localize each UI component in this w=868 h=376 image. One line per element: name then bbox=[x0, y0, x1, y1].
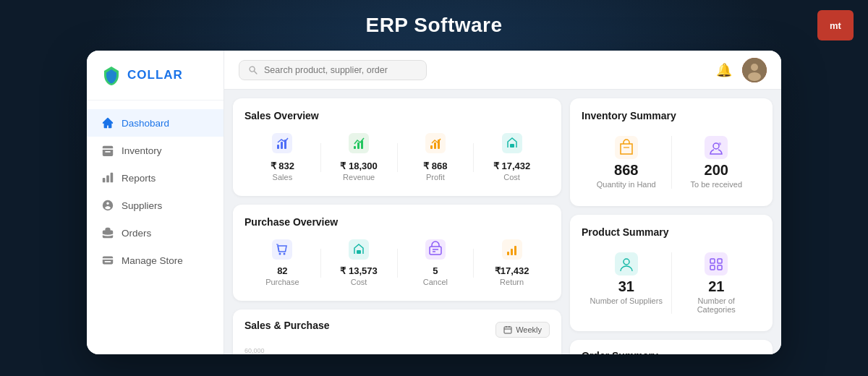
qty-hand-value: 868 bbox=[614, 162, 638, 179]
suppliers-label: Suppliers bbox=[122, 200, 162, 211]
app-container: COLLAR Dashobard Inventory Reports Sup bbox=[87, 51, 781, 354]
svg-rect-29 bbox=[514, 246, 516, 255]
svg-rect-4 bbox=[277, 145, 279, 149]
cancel-stat-item: 5 Cancel bbox=[398, 236, 474, 289]
svg-rect-39 bbox=[615, 252, 638, 275]
return-label: Return bbox=[500, 278, 524, 286]
svg-point-19 bbox=[284, 253, 286, 255]
cost-icon bbox=[502, 133, 522, 158]
suppliers-count-stat: 31 Number of Suppliers bbox=[582, 247, 671, 320]
svg-rect-27 bbox=[507, 252, 509, 255]
svg-rect-21 bbox=[357, 250, 361, 254]
product-summary-card: Product Summary 31 Number bbox=[570, 215, 773, 331]
sales-purchase-chart-card: Sales & Purchase Weekly 60,0 bbox=[233, 309, 561, 354]
svg-rect-8 bbox=[354, 146, 356, 149]
top-header: ERP Software mt bbox=[0, 0, 868, 51]
purchase-label: Purchase bbox=[265, 278, 299, 286]
svg-rect-30 bbox=[504, 327, 511, 333]
sidebar-item-reports[interactable]: Reports bbox=[87, 164, 224, 192]
user-avatar[interactable] bbox=[742, 58, 767, 82]
chart-title: Sales & Purchase bbox=[244, 320, 330, 331]
suppliers-count-label: Number of Suppliers bbox=[590, 296, 663, 305]
orders-icon bbox=[101, 226, 114, 239]
inventory-stats: 868 Quantity in Hand bbox=[582, 130, 761, 195]
search-input[interactable] bbox=[264, 65, 409, 75]
cancel-label: Cancel bbox=[423, 278, 448, 286]
svg-rect-9 bbox=[357, 142, 359, 149]
purchase-cost-stat-item: ₹ 13,573 Cost bbox=[321, 236, 397, 289]
reports-icon bbox=[101, 171, 114, 184]
sidebar-item-inventory[interactable]: Inventory bbox=[87, 137, 224, 164]
inventory-label: Inventory bbox=[122, 145, 162, 156]
revenue-icon bbox=[349, 133, 369, 158]
product-stats: 31 Number of Suppliers bbox=[582, 247, 761, 320]
purchase-icon bbox=[272, 239, 292, 262]
order-summary-card: Order Summary 4000 bbox=[570, 340, 773, 354]
search-box[interactable] bbox=[239, 60, 427, 80]
categories-count-stat: 21 Number of Categories bbox=[672, 247, 762, 320]
purchase-overview-card: Purchase Overview bbox=[233, 205, 561, 301]
revenue-stat-item: ₹ 18,300 Revenue bbox=[321, 130, 397, 184]
sales-overview-title: Sales Overview bbox=[244, 110, 550, 121]
sidebar: COLLAR Dashobard Inventory Reports Sup bbox=[87, 51, 224, 354]
suppliers-icon bbox=[101, 199, 114, 212]
svg-rect-15 bbox=[502, 133, 522, 153]
purchase-cost-icon bbox=[349, 239, 369, 262]
suppliers-count-icon bbox=[615, 252, 638, 278]
svg-rect-12 bbox=[430, 145, 433, 149]
sidebar-item-manage-store[interactable]: Manage Store bbox=[87, 247, 224, 274]
sidebar-item-orders[interactable]: Orders bbox=[87, 219, 224, 247]
mt-logo: mt bbox=[817, 10, 854, 40]
purchase-value: 82 bbox=[277, 265, 287, 276]
sidebar-logo: COLLAR bbox=[87, 65, 224, 101]
svg-rect-36 bbox=[705, 136, 728, 159]
product-summary-title: Product Summary bbox=[582, 226, 761, 238]
sidebar-item-dashboard[interactable]: Dashobard bbox=[87, 109, 224, 137]
cost-label: Cost bbox=[503, 173, 520, 181]
main-content: 🔔 Sales Overview bbox=[224, 51, 781, 354]
cancel-value: 5 bbox=[433, 265, 438, 276]
svg-point-2 bbox=[748, 72, 761, 81]
sales-value: ₹ 832 bbox=[271, 161, 294, 171]
profit-icon bbox=[425, 133, 446, 158]
cancel-icon bbox=[425, 239, 446, 262]
svg-rect-20 bbox=[349, 239, 369, 260]
purchase-stats-row: 82 Purchase bbox=[244, 236, 550, 289]
svg-rect-17 bbox=[272, 239, 292, 260]
purchase-cost-value: ₹ 13,573 bbox=[340, 265, 377, 276]
cost-stat-item: ₹ 17,432 Cost bbox=[474, 130, 550, 184]
weekly-button[interactable]: Weekly bbox=[495, 322, 550, 338]
sales-icon bbox=[272, 133, 292, 158]
qty-hand-stat: 868 Quantity in Hand bbox=[582, 130, 671, 195]
svg-rect-28 bbox=[511, 249, 513, 255]
y-label-60k: 60,000 bbox=[244, 347, 265, 354]
avatar-image bbox=[742, 58, 767, 82]
return-value: ₹17,432 bbox=[495, 265, 529, 276]
cost-value: ₹ 17,432 bbox=[493, 161, 530, 171]
inventory-summary-card: Inventory Summary 868 bbox=[570, 98, 773, 206]
reports-label: Reports bbox=[122, 173, 156, 184]
orders-label: Orders bbox=[122, 228, 151, 239]
svg-point-38 bbox=[718, 142, 721, 145]
svg-rect-5 bbox=[281, 142, 283, 149]
search-icon bbox=[248, 65, 258, 75]
weekly-label: Weekly bbox=[516, 325, 542, 334]
profit-value: ₹ 868 bbox=[423, 161, 447, 171]
profit-stat-item: ₹ 868 Profit bbox=[398, 130, 474, 184]
brand-name: COLLAR bbox=[127, 68, 183, 82]
categories-count-icon bbox=[705, 252, 728, 278]
manage-store-label: Manage Store bbox=[122, 255, 183, 266]
revenue-value: ₹ 18,300 bbox=[340, 161, 377, 171]
page-title: ERP Software bbox=[365, 14, 502, 37]
purchase-overview-title: Purchase Overview bbox=[244, 216, 550, 228]
notification-bell-icon[interactable]: 🔔 bbox=[716, 62, 732, 78]
to-receive-value: 200 bbox=[705, 162, 728, 179]
purchase-stat-item: 82 Purchase bbox=[244, 236, 320, 289]
qty-hand-icon bbox=[615, 136, 638, 162]
to-receive-icon bbox=[705, 136, 728, 162]
suppliers-count-value: 31 bbox=[618, 278, 634, 295]
sidebar-item-suppliers[interactable]: Suppliers bbox=[87, 192, 224, 219]
inventory-summary-title: Inventory Summary bbox=[582, 110, 761, 121]
order-summary-title: Order Summary bbox=[582, 350, 761, 354]
return-stat-item: ₹17,432 Return bbox=[474, 236, 550, 289]
